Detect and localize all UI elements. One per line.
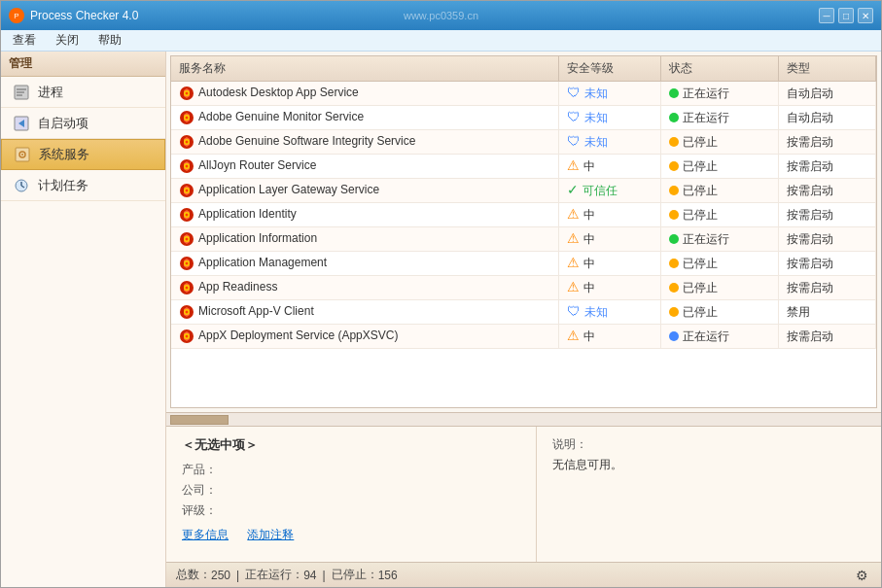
- status-dot: [669, 259, 679, 268]
- status-total: 250: [211, 569, 230, 582]
- status-text: 正在运行: [683, 111, 729, 124]
- status-dot: [669, 186, 679, 195]
- maximize-button[interactable]: □: [838, 8, 854, 23]
- svg-point-34: [186, 262, 189, 265]
- sidebar-item-process[interactable]: 进程: [1, 77, 165, 108]
- cell-status: 已停止: [661, 179, 779, 203]
- security-icon-medium: ⚠: [567, 328, 580, 343]
- table-row[interactable]: AllJoyn Router Service ⚠ 中 已停止 按需启动: [171, 155, 876, 179]
- security-icon-medium: ⚠: [567, 206, 580, 222]
- security-level: 中: [583, 208, 595, 222]
- lower-right-panel: 说明： 无信息可用。: [536, 427, 881, 562]
- sidebar: 管理 进程 自启动项 系统服务: [1, 52, 166, 587]
- cell-name: App Readiness: [171, 276, 559, 300]
- svg-point-13: [186, 92, 189, 95]
- add-comment-link[interactable]: 添加注释: [247, 528, 294, 541]
- security-icon-unknown: 🛡: [567, 303, 581, 319]
- status-dot: [669, 331, 679, 341]
- cell-type: 按需启动: [779, 203, 876, 227]
- table-row[interactable]: Application Identity ⚠ 中 已停止 按需启动: [171, 203, 876, 227]
- more-info-link[interactable]: 更多信息: [182, 528, 229, 541]
- status-dot: [669, 161, 679, 171]
- status-text: 已停止: [683, 159, 718, 173]
- status-running-label: 正在运行：: [245, 567, 303, 583]
- table-row[interactable]: Application Layer Gateway Service ✓ 可信任 …: [171, 179, 876, 203]
- table-row[interactable]: Adobe Genuine Software Integrity Service…: [171, 130, 876, 155]
- titlebar: P Process Checker 4.0 www.pc0359.cn ─ □ …: [1, 1, 881, 30]
- table-header-row: 服务名称 安全等级 状态 类型: [171, 56, 876, 82]
- cell-security: ⚠ 中: [559, 252, 661, 276]
- status-text: 正在运行: [683, 86, 729, 100]
- minimize-button[interactable]: ─: [819, 8, 834, 23]
- rating-row: 评级：: [182, 502, 520, 519]
- status-text: 已停止: [683, 305, 718, 319]
- cell-security: ⚠ 中: [559, 276, 661, 300]
- col-type: 类型: [779, 56, 876, 82]
- services-table: 服务名称 安全等级 状态 类型 Autodesk Desktop App Ser…: [171, 56, 876, 349]
- cell-type: 按需启动: [779, 227, 876, 252]
- svg-point-28: [186, 214, 189, 217]
- sidebar-section-header: 管理: [1, 52, 165, 77]
- cell-status: 正在运行: [661, 82, 779, 106]
- security-level: 未知: [584, 111, 608, 124]
- security-icon-medium: ⚠: [567, 157, 580, 173]
- sidebar-label-scheduled: 计划任务: [38, 177, 88, 194]
- col-security: 安全等级: [559, 56, 661, 82]
- cell-status: 正在运行: [661, 227, 779, 252]
- cell-status: 正在运行: [661, 325, 779, 349]
- cell-status: 已停止: [661, 130, 779, 155]
- watermark-url: www.pc0359.cn: [404, 10, 478, 21]
- security-level: 中: [583, 232, 595, 246]
- svg-point-37: [186, 287, 189, 290]
- status-stopped: 156: [378, 569, 398, 582]
- cell-type: 按需启动: [779, 325, 876, 349]
- cell-name: Autodesk Desktop App Service: [171, 82, 559, 106]
- svg-point-43: [186, 335, 189, 338]
- lower-links: 更多信息 添加注释: [182, 527, 520, 543]
- sidebar-item-sysservice[interactable]: 系统服务: [1, 139, 165, 170]
- table-row[interactable]: Adobe Genuine Monitor Service 🛡 未知 正在运行 …: [171, 106, 876, 130]
- menu-close[interactable]: 关闭: [52, 30, 83, 51]
- main-layout: 管理 进程 自启动项 系统服务: [1, 52, 881, 587]
- status-dot: [669, 137, 679, 147]
- desc-label: 说明：: [552, 436, 865, 453]
- menu-help[interactable]: 帮助: [94, 30, 125, 51]
- settings-gear-icon[interactable]: ⚙: [852, 566, 871, 585]
- menu-view[interactable]: 查看: [9, 30, 40, 51]
- company-row: 公司：: [182, 482, 520, 499]
- security-icon-unknown: 🛡: [567, 109, 581, 124]
- cell-type: 禁用: [779, 300, 876, 325]
- main-window: P Process Checker 4.0 www.pc0359.cn ─ □ …: [0, 0, 882, 588]
- services-table-container[interactable]: 服务名称 安全等级 状态 类型 Autodesk Desktop App Ser…: [170, 55, 877, 408]
- status-stopped-label: 已停止：: [332, 567, 378, 583]
- close-button[interactable]: ✕: [858, 8, 873, 23]
- sidebar-item-scheduled[interactable]: 计划任务: [1, 170, 165, 201]
- cell-name: Application Information: [171, 227, 559, 252]
- cell-name: AllJoyn Router Service: [171, 155, 559, 179]
- app-icon: P: [9, 8, 24, 23]
- status-text: 已停止: [683, 184, 718, 197]
- table-row[interactable]: App Readiness ⚠ 中 已停止 按需启动: [171, 276, 876, 300]
- status-text: 已停止: [683, 257, 718, 270]
- svg-point-40: [186, 311, 189, 314]
- table-row[interactable]: Application Management ⚠ 中 已停止 按需启动: [171, 252, 876, 276]
- sidebar-item-autostart[interactable]: 自启动项: [1, 108, 165, 139]
- cell-status: 已停止: [661, 155, 779, 179]
- security-icon-medium: ⚠: [567, 255, 580, 270]
- table-row[interactable]: AppX Deployment Service (AppXSVC) ⚠ 中 正在…: [171, 325, 876, 349]
- cell-security: 🛡 未知: [559, 300, 661, 325]
- table-row[interactable]: Autodesk Desktop App Service 🛡 未知 正在运行 自…: [171, 82, 876, 106]
- security-icon-unknown: 🛡: [567, 133, 581, 149]
- status-running: 94: [303, 569, 316, 582]
- rating-label: 评级：: [182, 503, 217, 517]
- content-area: 服务名称 安全等级 状态 类型 Autodesk Desktop App Ser…: [166, 52, 881, 587]
- horizontal-scrollbar[interactable]: [166, 412, 881, 426]
- scheduled-icon: [13, 177, 30, 194]
- cell-type: 按需启动: [779, 276, 876, 300]
- lower-panel: ＜无选中项＞ 产品： 公司： 评级： 更多信息 添加注释: [166, 426, 881, 562]
- svg-point-31: [186, 238, 189, 241]
- table-row[interactable]: Microsoft App-V Client 🛡 未知 已停止 禁用: [171, 300, 876, 325]
- status-text: 正在运行: [683, 232, 729, 246]
- table-row[interactable]: Application Information ⚠ 中 正在运行 按需启动: [171, 227, 876, 252]
- cell-type: 按需启动: [779, 179, 876, 203]
